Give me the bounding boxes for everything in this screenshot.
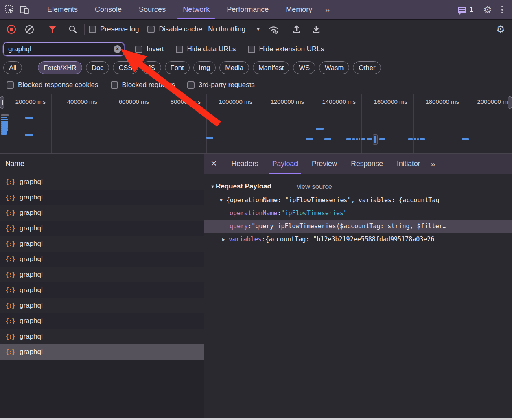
preserve-log-checkbox[interactable]: Preserve log <box>89 25 139 33</box>
chip-doc[interactable]: Doc <box>86 61 109 74</box>
tab-response[interactable]: Response <box>344 154 390 174</box>
waterfall-bar[interactable] <box>1 114 9 116</box>
request-row[interactable]: {:}graphql <box>0 221 204 236</box>
record-network-log-button[interactable] <box>4 22 19 37</box>
network-overview-timeline[interactable]: 200000 ms400000 ms600000 ms800000 ms1000… <box>0 94 512 154</box>
chip-img[interactable]: Img <box>193 61 216 74</box>
details-more-tabs-icon[interactable]: ›› <box>427 159 438 169</box>
waterfall-bar[interactable] <box>316 128 324 130</box>
request-row[interactable]: {:}graphql <box>0 252 204 267</box>
blocked-requests-checkbox[interactable]: Blocked requests <box>111 81 175 89</box>
network-filter-input[interactable] <box>3 42 124 56</box>
chip-other[interactable]: Other <box>353 61 381 74</box>
collapse-triangle-icon[interactable]: ▼ <box>210 184 215 189</box>
payload-row[interactable]: operationName: "ipFlowTimeseries" <box>204 207 512 220</box>
chip-all[interactable]: All <box>3 61 22 74</box>
import-har-icon[interactable] <box>289 22 304 37</box>
waterfall-bar[interactable] <box>1 119 8 120</box>
request-row[interactable]: {:}graphql <box>0 313 204 329</box>
request-row[interactable]: {:}graphql <box>0 205 204 221</box>
chip-wasm[interactable]: Wasm <box>319 61 349 74</box>
waterfall-bar[interactable] <box>359 138 360 140</box>
name-column-header[interactable]: Name <box>0 154 204 174</box>
waterfall-bar[interactable] <box>1 125 8 127</box>
waterfall-bar[interactable] <box>1 129 8 131</box>
export-har-icon[interactable] <box>309 22 324 37</box>
chip-js[interactable]: JS <box>142 61 161 74</box>
request-row[interactable]: {:}graphql <box>0 344 204 360</box>
waterfall-bar[interactable] <box>1 131 7 133</box>
waterfall-bar[interactable] <box>1 133 7 135</box>
waterfall-bar[interactable] <box>1 127 8 129</box>
request-row[interactable]: {:}graphql <box>0 236 204 252</box>
issues-button[interactable]: 1 <box>458 2 473 17</box>
waterfall-bar[interactable] <box>25 134 33 136</box>
device-toolbar-icon[interactable] <box>17 2 32 17</box>
timeline-right-handle[interactable] <box>508 96 512 109</box>
throttling-select[interactable]: No throttling ▼ <box>208 25 260 33</box>
invert-checkbox[interactable]: Invert <box>135 45 164 53</box>
filter-icon[interactable] <box>45 22 60 37</box>
payload-row[interactable]: query: "query ipFlowTimeseries($accountT… <box>204 220 512 233</box>
close-details-icon[interactable]: × <box>204 158 225 171</box>
view-source-link[interactable]: view source <box>297 183 332 190</box>
tab-elements[interactable]: Elements <box>39 0 86 19</box>
waterfall-bar[interactable] <box>1 117 7 118</box>
tab-payload[interactable]: Payload <box>265 154 305 174</box>
request-row[interactable]: {:}graphql <box>0 190 204 205</box>
chip-css[interactable]: CSS <box>113 61 138 74</box>
waterfall-bar[interactable] <box>1 123 8 125</box>
waterfall-bar[interactable] <box>356 138 358 140</box>
request-row[interactable]: {:}graphql <box>0 298 204 313</box>
waterfall-bar[interactable] <box>1 121 8 122</box>
tab-sources[interactable]: Sources <box>130 0 174 19</box>
blocked-response-cookies-checkbox[interactable]: Blocked response cookies <box>7 81 98 89</box>
search-icon[interactable] <box>66 22 80 37</box>
tab-console[interactable]: Console <box>86 0 130 19</box>
waterfall-bar[interactable] <box>206 137 213 139</box>
hide-extension-urls-checkbox[interactable]: Hide extension URLs <box>248 45 324 53</box>
expand-triangle-icon[interactable]: ▶ <box>222 237 225 242</box>
request-row[interactable]: {:}graphql <box>0 267 204 282</box>
chip-media[interactable]: Media <box>219 61 249 74</box>
inspect-element-icon[interactable] <box>2 2 17 17</box>
tab-memory[interactable]: Memory <box>277 0 321 19</box>
tab-headers[interactable]: Headers <box>225 154 265 174</box>
collapse-triangle-icon[interactable]: ▼ <box>220 198 223 203</box>
waterfall-bar[interactable] <box>367 138 372 140</box>
waterfall-bar[interactable] <box>361 138 365 140</box>
overflow-menu-icon[interactable] <box>495 2 510 17</box>
disable-cache-checkbox[interactable]: Disable cache <box>147 25 202 33</box>
timeline-left-handle[interactable] <box>0 96 4 109</box>
more-tabs-icon[interactable]: ›› <box>321 5 333 15</box>
request-row[interactable]: {:}graphql <box>0 174 204 190</box>
waterfall-bar[interactable] <box>420 138 425 140</box>
waterfall-bar[interactable] <box>352 138 355 140</box>
hide-data-urls-checkbox[interactable]: Hide data URLs <box>176 45 236 53</box>
waterfall-bar[interactable] <box>379 138 385 140</box>
waterfall-bar[interactable] <box>408 138 413 140</box>
clear-filter-icon[interactable]: × <box>114 45 121 53</box>
tab-initiator[interactable]: Initiator <box>390 154 427 174</box>
payload-row[interactable]: ▶variables: {accountTag: "b12e3b2192ee55… <box>204 233 512 246</box>
waterfall-bar[interactable] <box>324 138 331 140</box>
tab-performance[interactable]: Performance <box>218 0 277 19</box>
request-row[interactable]: {:}graphql <box>0 282 204 298</box>
settings-gear-icon[interactable]: ⚙ <box>480 2 495 17</box>
request-row[interactable]: {:}graphql <box>0 329 204 344</box>
network-settings-gear-icon[interactable]: ⚙ <box>493 22 508 37</box>
waterfall-bar[interactable] <box>417 138 419 140</box>
waterfall-bar[interactable] <box>462 138 469 140</box>
3rd-party-requests-checkbox[interactable]: 3rd-party requests <box>187 81 255 89</box>
chip-manifest[interactable]: Manifest <box>253 61 289 74</box>
waterfall-bar[interactable] <box>25 117 33 119</box>
waterfall-bar[interactable] <box>374 136 376 143</box>
waterfall-bar[interactable] <box>346 138 351 140</box>
payload-preview-row[interactable]: ▼{operationName: "ipFlowTimeseries", var… <box>204 194 512 207</box>
waterfall-bar[interactable] <box>414 138 416 140</box>
chip-ws[interactable]: WS <box>293 61 315 74</box>
chip-font[interactable]: Font <box>165 61 190 74</box>
clear-network-log-button[interactable] <box>22 22 37 37</box>
tab-preview[interactable]: Preview <box>305 154 344 174</box>
waterfall-bar[interactable] <box>306 138 313 140</box>
